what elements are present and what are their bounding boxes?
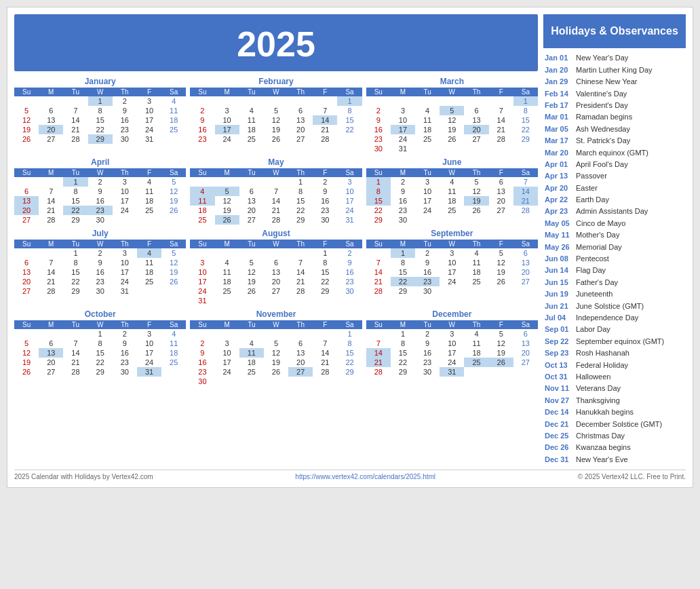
- day-header: Th: [464, 240, 488, 248]
- day-cell: 17: [215, 358, 239, 367]
- day-cell: 16: [88, 196, 113, 206]
- day-cell: 13: [264, 267, 288, 277]
- day-cell: [415, 144, 440, 153]
- day-header: F: [313, 240, 337, 248]
- day-cell: 2: [313, 177, 337, 187]
- day-cell: 28: [63, 367, 88, 377]
- day-cell: 21: [63, 358, 88, 367]
- day-cell: 16: [415, 267, 440, 277]
- holiday-name: Cinco de Mayo: [576, 218, 625, 229]
- day-cell: 24: [113, 277, 137, 286]
- holiday-name: June Solstice (GMT): [576, 301, 644, 311]
- day-cell: [239, 96, 264, 106]
- day-cell: 18: [137, 267, 161, 277]
- day-header: M: [391, 240, 415, 248]
- holiday-item: Apr 13Passover: [543, 170, 686, 182]
- holiday-item: Mar 05Ash Wednesday: [543, 124, 686, 135]
- day-cell: 4: [440, 177, 464, 187]
- day-cell: 18: [464, 348, 488, 358]
- month-title: February: [190, 77, 362, 86]
- day-header: F: [313, 320, 337, 329]
- day-cell: 18: [190, 206, 214, 215]
- holiday-item: Jun 15Father's Day: [543, 277, 686, 288]
- day-cell: 24: [190, 286, 214, 296]
- day-cell: 3: [337, 177, 362, 187]
- day-cell: 27: [288, 367, 313, 377]
- holiday-item: May 05Cinco de Mayo: [543, 218, 686, 229]
- day-cell: 6: [513, 248, 538, 258]
- day-cell: 13: [14, 267, 39, 277]
- day-header: F: [137, 88, 161, 96]
- day-header: Tu: [63, 240, 88, 248]
- day-cell: [366, 96, 391, 106]
- day-cell: 20: [39, 358, 63, 367]
- day-cell: 23: [190, 134, 214, 144]
- holiday-item: Oct 31Halloween: [543, 371, 686, 383]
- day-cell: 15: [337, 348, 362, 358]
- day-cell: 29: [88, 134, 113, 144]
- day-cell: [39, 177, 63, 187]
- day-header: Th: [113, 320, 137, 329]
- day-header: Sa: [513, 88, 538, 96]
- day-cell: 14: [39, 196, 63, 206]
- holiday-date: Nov 11: [545, 383, 573, 394]
- day-cell: 6: [513, 329, 538, 339]
- day-cell: 6: [489, 177, 513, 187]
- day-cell: 30: [415, 367, 440, 377]
- holiday-item: Jan 20Martin Luther King Day: [543, 64, 686, 76]
- day-cell: 29: [313, 286, 337, 296]
- day-cell: 9: [391, 187, 415, 196]
- day-cell: 11: [239, 115, 264, 125]
- day-header: W: [264, 240, 288, 248]
- day-cell: 2: [190, 339, 214, 348]
- day-cell: 10: [113, 187, 137, 196]
- day-cell: 27: [14, 215, 39, 225]
- day-cell: 22: [88, 125, 113, 134]
- day-cell: 18: [161, 348, 186, 358]
- day-cell: 20: [288, 125, 313, 134]
- day-cell: 1: [391, 248, 415, 258]
- day-cell: 23: [113, 125, 137, 134]
- month-table: SuMTuWThFSa12345678910111213141516171819…: [366, 168, 538, 225]
- day-header: F: [489, 168, 513, 177]
- day-cell: [239, 377, 264, 386]
- day-cell: [489, 144, 513, 153]
- day-cell: 17: [137, 115, 161, 125]
- day-cell: 9: [415, 258, 440, 267]
- holiday-date: Nov 27: [545, 396, 573, 406]
- day-cell: 2: [415, 329, 440, 339]
- holiday-item: Mar 01Ramadan begins: [543, 111, 686, 123]
- day-cell: 9: [88, 258, 113, 267]
- day-cell: 22: [391, 277, 415, 286]
- holiday-date: Jan 01: [545, 53, 573, 63]
- month-title: May: [190, 157, 362, 167]
- day-cell: 4: [464, 248, 488, 258]
- day-header: Th: [288, 320, 313, 329]
- day-header: Tu: [239, 240, 264, 248]
- day-cell: 3: [113, 248, 137, 258]
- day-cell: [337, 134, 362, 144]
- day-header: M: [215, 320, 239, 329]
- day-cell: 9: [88, 187, 113, 196]
- day-cell: 9: [113, 106, 137, 115]
- day-header: W: [440, 88, 464, 96]
- day-cell: [14, 177, 39, 187]
- day-cell: 23: [88, 206, 113, 215]
- day-cell: [513, 367, 538, 377]
- month-block: FebruarySuMTuWThFSa123456789101112131415…: [190, 77, 362, 153]
- day-cell: 31: [337, 215, 362, 225]
- month-block: DecemberSuMTuWThFSa123456789101112131415…: [366, 309, 538, 386]
- day-header: W: [440, 168, 464, 177]
- day-cell: 7: [264, 187, 288, 196]
- holiday-name: Independence Day: [576, 313, 638, 323]
- day-cell: 12: [239, 267, 264, 277]
- holiday-item: Oct 13Federal Holiday: [543, 360, 686, 371]
- day-header: Th: [464, 88, 488, 96]
- day-header: F: [489, 320, 513, 329]
- day-cell: 8: [63, 258, 88, 267]
- day-cell: [366, 248, 391, 258]
- day-header: Tu: [63, 88, 88, 96]
- day-cell: 18: [415, 125, 440, 134]
- day-cell: 17: [440, 267, 464, 277]
- sidebar-header: Holidays & Observances: [543, 14, 686, 48]
